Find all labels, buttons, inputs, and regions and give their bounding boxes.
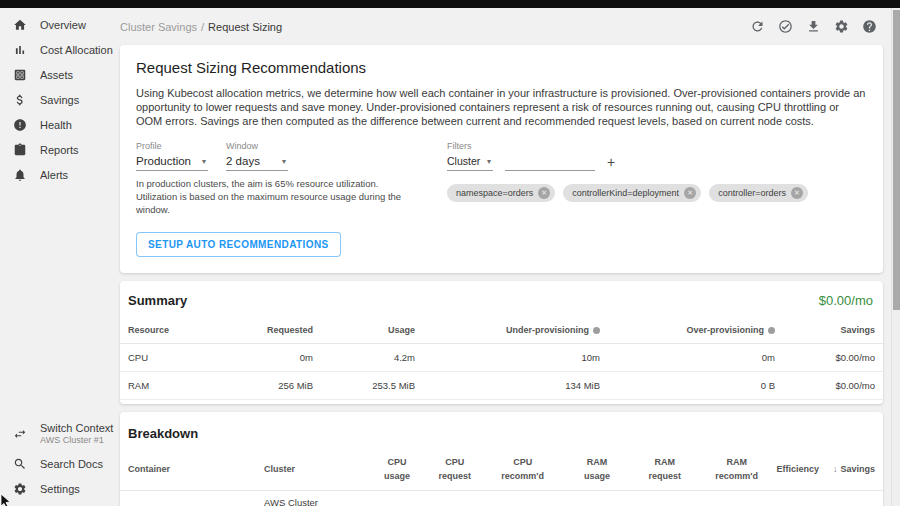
- table-row[interactable]: orders/orders:orders AWS Cluster #1/clus…: [120, 491, 883, 506]
- search-docs-label: Search Docs: [40, 458, 103, 470]
- breakdown-table-header: Container Cluster CPUusage CPUrequest CP…: [120, 451, 883, 491]
- info-icon[interactable]: [593, 327, 600, 334]
- refresh-icon[interactable]: [750, 19, 765, 34]
- bar-chart-icon: [13, 43, 27, 57]
- cell-cluster: AWS Cluster #1/cluster-one: [264, 497, 360, 506]
- sidebar: Overview Cost Allocation Assets Savings …: [0, 8, 110, 506]
- cell-usage: 253.5 MiB: [313, 380, 415, 391]
- column-header-requested: Requested: [253, 325, 313, 335]
- profile-select-label: Profile: [136, 141, 208, 151]
- cell-requested: 256 MiB: [253, 380, 313, 391]
- chevron-down-icon: ▾: [487, 157, 491, 166]
- info-icon[interactable]: [768, 327, 775, 334]
- column-header-over-provisioning: Over-provisioning: [600, 325, 775, 335]
- close-icon[interactable]: ✕: [538, 187, 550, 199]
- column-header-savings-sort[interactable]: ↓Savings: [833, 463, 875, 477]
- column-header-cluster[interactable]: Cluster: [264, 463, 295, 477]
- cell-resource: CPU: [128, 352, 253, 363]
- sidebar-item-label: Assets: [40, 69, 73, 81]
- sidebar-item-alerts[interactable]: Alerts: [0, 162, 110, 187]
- top-window-bar: [0, 0, 900, 8]
- filter-value-input[interactable]: [505, 155, 595, 171]
- chevron-down-icon: ▾: [202, 157, 206, 166]
- window-select[interactable]: 2 days ▾: [226, 154, 288, 171]
- setup-auto-recommendations-button[interactable]: SETUP AUTO RECOMMENDATIONS: [136, 232, 341, 257]
- cell-resource: RAM: [128, 380, 253, 391]
- column-header-container[interactable]: Container: [128, 463, 170, 477]
- column-header-cpu-recommd[interactable]: CPUrecomm'd: [501, 456, 544, 484]
- download-icon[interactable]: [806, 19, 821, 34]
- cell-under: 134 MiB: [415, 380, 600, 391]
- sidebar-item-savings[interactable]: Savings: [0, 87, 110, 112]
- filter-chip-label: controller=orders: [718, 188, 786, 198]
- column-header-ram-request[interactable]: RAMrequest: [648, 456, 681, 484]
- home-icon: [13, 18, 27, 32]
- window-select-label: Window: [226, 141, 288, 151]
- page-title: Request Sizing Recommendations: [136, 59, 867, 76]
- filter-chip-label: controllerKind=deployment: [572, 188, 679, 198]
- sidebar-item-assets[interactable]: Assets: [0, 62, 110, 87]
- sidebar-item-cost-allocation[interactable]: Cost Allocation: [0, 37, 110, 62]
- column-header-cpu-usage[interactable]: CPUusage: [384, 456, 410, 484]
- filter-chip-label: namespace=orders: [456, 188, 533, 198]
- sidebar-item-label: Reports: [40, 144, 79, 156]
- gear-icon[interactable]: [834, 19, 849, 34]
- filters-label: Filters: [447, 141, 867, 151]
- close-icon[interactable]: ✕: [791, 187, 803, 199]
- filter-chip[interactable]: controllerKind=deployment ✕: [563, 184, 701, 202]
- profile-hint-text: In production clusters, the aim is 65% r…: [136, 178, 418, 216]
- sidebar-item-label: Alerts: [40, 169, 68, 181]
- column-header-savings: Savings: [775, 325, 875, 335]
- search-icon: [13, 457, 27, 471]
- error-circle-icon: [13, 118, 27, 132]
- column-header-ram-usage[interactable]: RAMusage: [584, 456, 610, 484]
- column-header-under-provisioning: Under-provisioning: [415, 325, 600, 335]
- bell-icon: [13, 168, 27, 182]
- switch-context-button[interactable]: Switch Context AWS Cluster #1: [0, 417, 110, 451]
- sidebar-item-overview[interactable]: Overview: [0, 12, 110, 37]
- column-header-usage: Usage: [313, 325, 415, 335]
- filter-type-select[interactable]: Cluster ▾: [447, 154, 493, 171]
- swap-horizontal-icon: [13, 427, 27, 441]
- main-area: Cluster Savings/Request Sizing Request S…: [110, 8, 891, 506]
- summary-table-header: Resource Requested Usage Under-provision…: [120, 318, 883, 344]
- profile-select[interactable]: Production ▾: [136, 154, 208, 171]
- cell-under: 10m: [415, 352, 600, 363]
- breakdown-card: Breakdown Container Cluster CPUusage CPU…: [120, 412, 883, 506]
- current-context: AWS Cluster #1: [40, 435, 113, 446]
- settings-button[interactable]: Settings: [0, 476, 110, 501]
- check-circle-icon[interactable]: [778, 19, 793, 34]
- dollar-icon: [13, 93, 27, 107]
- cell-savings: $0.00/mo: [775, 380, 875, 391]
- chevron-down-icon: ▾: [282, 157, 286, 166]
- column-header-resource: Resource: [128, 325, 253, 335]
- column-header-ram-recommd[interactable]: RAMrecomm'd: [715, 456, 758, 484]
- breakdown-title: Breakdown: [128, 426, 198, 441]
- column-header-efficiency[interactable]: Efficiency: [776, 463, 819, 477]
- cell-over: 0 B: [600, 380, 775, 391]
- breadcrumb-parent[interactable]: Cluster Savings: [120, 21, 197, 33]
- page-description: Using Kubecost allocation metrics, we de…: [136, 86, 867, 128]
- cell-usage: 4.2m: [313, 352, 415, 363]
- sidebar-item-health[interactable]: Health: [0, 112, 110, 137]
- summary-card: Summary $0.00/mo Resource Requested Usag…: [120, 281, 883, 404]
- filter-chip[interactable]: controller=orders ✕: [709, 184, 808, 202]
- filter-chip[interactable]: namespace=orders ✕: [447, 184, 555, 202]
- add-filter-button[interactable]: +: [607, 155, 615, 171]
- clipboard-icon: [13, 143, 27, 157]
- close-icon[interactable]: ✕: [684, 187, 696, 199]
- breadcrumb-current: Request Sizing: [208, 21, 282, 33]
- sort-descending-icon: ↓: [833, 464, 838, 474]
- sidebar-item-label: Overview: [40, 19, 86, 31]
- sidebar-item-reports[interactable]: Reports: [0, 137, 110, 162]
- breadcrumb: Cluster Savings/Request Sizing: [120, 21, 282, 33]
- page-header: Cluster Savings/Request Sizing: [110, 8, 891, 45]
- help-icon[interactable]: [862, 19, 877, 34]
- window-select-value: 2 days: [226, 155, 260, 167]
- cell-requested: 0m: [253, 352, 313, 363]
- search-docs-button[interactable]: Search Docs: [0, 451, 110, 476]
- table-row: RAM 256 MiB 253.5 MiB 134 MiB 0 B $0.00/…: [120, 372, 883, 400]
- vertical-scrollbar[interactable]: [891, 8, 900, 506]
- scrollbar-thumb[interactable]: [893, 10, 900, 310]
- column-header-cpu-request[interactable]: CPUrequest: [438, 456, 471, 484]
